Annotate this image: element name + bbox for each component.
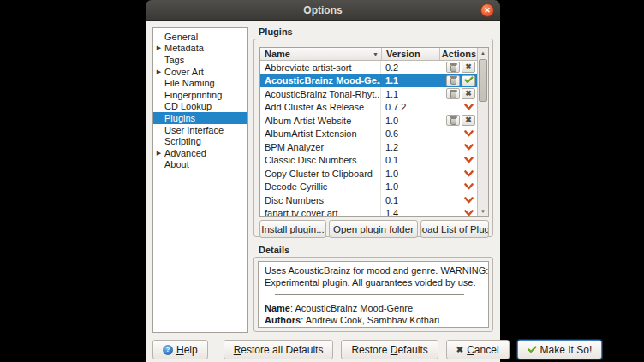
button-text: Restore Defaults bbox=[351, 344, 427, 356]
download-plugin-button[interactable] bbox=[462, 141, 475, 152]
expand-arrow-icon[interactable]: ▶ bbox=[153, 150, 164, 157]
download-chevron-icon bbox=[464, 142, 474, 152]
details-field-value: : AcousticBrainz Mood-Genre bbox=[290, 303, 413, 313]
plugin-version-cell: 0.6 bbox=[381, 128, 438, 141]
cancel-button[interactable]: ✖Cancel bbox=[446, 340, 510, 359]
scroll-up-icon[interactable]: ▲ bbox=[478, 48, 488, 57]
plugin-version-cell: 1.0 bbox=[381, 181, 438, 194]
sidebar-item-label: Scripting bbox=[164, 136, 201, 146]
dialog-body: General▶MetadataTags▶Cover ArtFile Namin… bbox=[146, 21, 500, 362]
plugin-actions-cell: ✖ bbox=[438, 61, 477, 74]
plugin-name-cell: BPM Analyzer bbox=[260, 140, 381, 154]
download-plugin-button[interactable] bbox=[462, 128, 475, 139]
screen: Options ✕ General▶MetadataTags▶Cover Art… bbox=[0, 0, 644, 362]
sidebar-item-cd-lookup[interactable]: CD Lookup bbox=[153, 101, 247, 113]
uninstall-plugin-button[interactable] bbox=[446, 88, 460, 99]
table-row[interactable]: Copy Cluster to Clipboard1.0 bbox=[260, 167, 477, 181]
download-plugin-button[interactable] bbox=[462, 102, 475, 113]
scroll-down-icon[interactable]: ▼ bbox=[478, 206, 488, 216]
disable-plugin-button[interactable]: ✖ bbox=[462, 62, 475, 73]
details-field: Authors: Andrew Cook, Sambhav Kothari bbox=[265, 315, 474, 327]
table-row[interactable]: AcousticBrainz Mood-Ge...1.1 bbox=[260, 74, 477, 88]
table-row[interactable]: Add Cluster As Release0.7.2 bbox=[260, 101, 477, 115]
sidebar-item-fingerprinting[interactable]: Fingerprinting bbox=[153, 89, 247, 101]
enable-plugin-button[interactable] bbox=[462, 75, 475, 86]
check-icon bbox=[528, 344, 537, 356]
sidebar-item-scripting[interactable]: Scripting bbox=[153, 135, 247, 147]
plugin-actions-cell bbox=[438, 128, 477, 141]
make-it-so-button[interactable]: Make It So! bbox=[517, 340, 603, 359]
plugin-name-cell: Decode Cyrillic bbox=[260, 181, 381, 194]
sidebar-item-metadata[interactable]: ▶Metadata bbox=[153, 43, 247, 55]
plugin-version-cell: 1.2 bbox=[381, 140, 438, 154]
plugin-actions-cell: ✖ bbox=[438, 114, 477, 128]
sidebar-item-cover-art[interactable]: ▶Cover Art bbox=[153, 66, 247, 78]
button-label: Restore bbox=[351, 344, 390, 356]
table-row[interactable]: AlbumArtist Extension0.6 bbox=[260, 128, 477, 141]
plugin-actions-cell bbox=[438, 181, 477, 194]
titlebar[interactable]: Options ✕ bbox=[146, 0, 500, 21]
plugin-table-body: Abbreviate artist-sort0.2✖AcousticBrainz… bbox=[260, 61, 477, 216]
download-plugin-button[interactable] bbox=[462, 194, 475, 205]
plugin-details-text[interactable]: Uses AcousticBrainz for mood and genre. … bbox=[258, 261, 489, 328]
help-button[interactable]: ?Help bbox=[152, 340, 208, 359]
open-plugin-folder-button[interactable]: Open plugin folder bbox=[329, 220, 418, 238]
plugin-version-cell: 1.1 bbox=[381, 87, 438, 101]
sidebar-item-file-naming[interactable]: File Naming bbox=[153, 77, 247, 89]
trash-icon bbox=[450, 78, 456, 85]
table-row[interactable]: Disc Numbers0.1 bbox=[260, 193, 477, 207]
download-plugin-button[interactable] bbox=[462, 181, 475, 193]
close-icon: ✕ bbox=[484, 6, 491, 15]
sidebar-item-user-interface[interactable]: User Interface bbox=[153, 124, 247, 136]
plugin-version-cell: 0.1 bbox=[381, 154, 438, 168]
sidebar-item-label: Fingerprinting bbox=[164, 90, 222, 100]
details-field: Name: AcousticBrainz Mood-Genre bbox=[265, 303, 474, 315]
column-header-actions[interactable]: Actions bbox=[440, 48, 478, 60]
download-plugin-button[interactable] bbox=[462, 155, 475, 166]
table-row[interactable]: fanart.tv cover art1.4 bbox=[260, 207, 477, 217]
trash-icon bbox=[450, 65, 456, 72]
scrollbar-thumb[interactable] bbox=[479, 59, 487, 102]
reload-plugin-list-button[interactable]: Reload List of Plugins bbox=[420, 220, 489, 238]
restore-defaults-button[interactable]: Restore Defaults bbox=[341, 340, 438, 359]
table-row[interactable]: Abbreviate artist-sort0.2✖ bbox=[260, 61, 477, 74]
expand-arrow-icon[interactable]: ▶ bbox=[153, 68, 164, 75]
disable-plugin-button[interactable]: ✖ bbox=[462, 88, 475, 99]
table-row[interactable]: Classic Disc Numbers0.1 bbox=[260, 154, 477, 168]
plugin-table-scrollbar[interactable]: ▲ ▼ bbox=[477, 48, 488, 216]
sidebar-item-general[interactable]: General bbox=[153, 31, 247, 43]
details-divider bbox=[275, 294, 464, 295]
expand-arrow-icon[interactable]: ▶ bbox=[153, 45, 164, 51]
button-text: Restore all Defaults bbox=[234, 344, 324, 356]
sidebar-item-tags[interactable]: Tags bbox=[153, 54, 247, 66]
download-plugin-button[interactable] bbox=[462, 208, 475, 217]
plugin-name-cell: Album Artist Website bbox=[260, 114, 381, 128]
sidebar-item-advanced[interactable]: ▶Advanced bbox=[153, 147, 247, 159]
sidebar-item-label: Cover Art bbox=[164, 67, 204, 77]
column-header-version[interactable]: Version bbox=[382, 48, 440, 60]
uninstall-plugin-button[interactable] bbox=[446, 115, 460, 126]
uninstall-plugin-button[interactable] bbox=[446, 75, 460, 86]
sidebar-item-about[interactable]: About bbox=[153, 159, 247, 171]
plugin-table-header: Name ▼ Version Actions bbox=[260, 48, 488, 61]
cross-icon: ✖ bbox=[465, 63, 472, 71]
button-label: efaults bbox=[397, 344, 427, 356]
plugins-group-label: Plugins bbox=[259, 27, 293, 37]
install-plugin-button[interactable]: Install plugin... bbox=[259, 220, 326, 238]
table-row[interactable]: Album Artist Website1.0✖ bbox=[260, 114, 477, 128]
column-header-name[interactable]: Name ▼ bbox=[260, 48, 382, 60]
sidebar-item-plugins[interactable]: Plugins bbox=[153, 112, 247, 124]
table-row[interactable]: BPM Analyzer1.2 bbox=[260, 140, 477, 154]
cross-icon: ✖ bbox=[456, 345, 463, 354]
close-button[interactable]: ✕ bbox=[480, 3, 494, 17]
restore-all-defaults-button[interactable]: Restore all Defaults bbox=[224, 340, 334, 359]
table-row[interactable]: AcousticBrainz Tonal-Rhyt...1.1✖ bbox=[260, 87, 477, 101]
sidebar-item-label: File Naming bbox=[164, 78, 215, 88]
table-row[interactable]: Decode Cyrillic1.0 bbox=[260, 181, 477, 194]
uninstall-plugin-button[interactable] bbox=[446, 62, 460, 73]
download-plugin-button[interactable] bbox=[462, 168, 475, 179]
sidebar-item-label: CD Lookup bbox=[164, 101, 212, 111]
plugin-name-cell: AlbumArtist Extension bbox=[260, 128, 381, 141]
disable-plugin-button[interactable]: ✖ bbox=[462, 115, 475, 126]
plugin-name-cell: AcousticBrainz Tonal-Rhyt... bbox=[260, 87, 381, 101]
